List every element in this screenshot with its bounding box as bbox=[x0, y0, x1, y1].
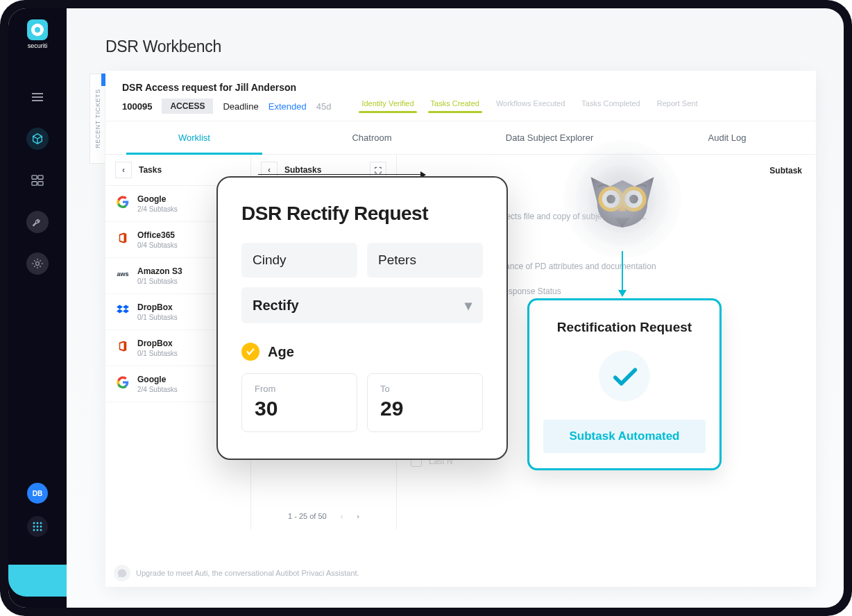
stage-identity-verified: Identity Verified bbox=[361, 99, 414, 113]
age-to-field[interactable]: To 29 bbox=[367, 373, 483, 432]
pager-prev[interactable]: ‹ bbox=[341, 512, 343, 520]
pager: 1 - 25 of 50 ‹ › bbox=[251, 505, 396, 527]
stage-tasks-created: Tasks Created bbox=[431, 99, 479, 113]
tasks-back-button[interactable]: ‹ bbox=[115, 162, 132, 178]
stage-report-sent: Report Sent bbox=[657, 99, 698, 113]
deadline-status[interactable]: Extended bbox=[269, 101, 307, 112]
brand-logo[interactable]: securiti bbox=[19, 19, 56, 58]
brand-text: securiti bbox=[28, 42, 48, 49]
caret-down-icon: ▾ bbox=[465, 297, 472, 314]
svg-point-11 bbox=[33, 529, 35, 531]
subtasks-column-title: Subtasks bbox=[284, 165, 363, 175]
office365-icon bbox=[115, 339, 130, 354]
svg-point-5 bbox=[33, 522, 35, 524]
svg-point-7 bbox=[40, 522, 42, 524]
age-check-icon[interactable] bbox=[241, 343, 259, 361]
office365-icon bbox=[115, 230, 130, 246]
modal-title: DSR Rectify Request bbox=[241, 203, 483, 225]
request-title: DSR Access request for Jill Anderson bbox=[122, 82, 799, 93]
svg-rect-2 bbox=[32, 182, 37, 185]
last-name-field[interactable]: Peters bbox=[367, 243, 483, 277]
tab-chatroom[interactable]: Chatroom bbox=[283, 121, 461, 154]
owl-assistant-icon bbox=[563, 140, 681, 258]
first-name-field[interactable]: Cindy bbox=[241, 243, 357, 277]
rectify-request-modal: DSR Rectify Request Cindy Peters Rectify… bbox=[216, 176, 508, 460]
svg-point-10 bbox=[40, 526, 42, 528]
rectification-card: Rectification Request Subtask Automated bbox=[527, 298, 722, 470]
age-label: Age bbox=[268, 344, 294, 360]
svg-rect-0 bbox=[32, 176, 37, 179]
deadline-days: 45d bbox=[316, 101, 332, 112]
page-title: DSR Workbench bbox=[105, 37, 221, 56]
nav-cube-icon[interactable] bbox=[26, 128, 49, 150]
google-icon bbox=[115, 194, 130, 209]
svg-point-9 bbox=[37, 526, 39, 528]
recent-tickets-tab[interactable]: RECENT TICKETS bbox=[90, 74, 105, 164]
menu-icon[interactable] bbox=[26, 86, 49, 108]
user-avatar[interactable]: DB bbox=[27, 483, 48, 504]
request-type-badge: ACCESS bbox=[162, 99, 213, 114]
google-icon bbox=[115, 375, 130, 390]
svg-point-6 bbox=[37, 522, 39, 524]
svg-point-4 bbox=[36, 262, 40, 266]
svg-point-13 bbox=[40, 529, 42, 531]
apps-icon[interactable] bbox=[27, 516, 48, 537]
rail-footer-strip bbox=[8, 565, 67, 597]
svg-rect-3 bbox=[38, 182, 43, 185]
svg-point-8 bbox=[33, 526, 35, 528]
tasks-column-title: Tasks bbox=[139, 165, 162, 175]
tab-worklist[interactable]: Worklist bbox=[105, 121, 283, 154]
success-check-icon bbox=[599, 350, 650, 402]
sidebar-rail: securiti DB bbox=[8, 8, 67, 608]
stage-tasks-completed: Tasks Completed bbox=[581, 99, 640, 113]
logo-icon bbox=[27, 19, 48, 40]
stage-tracker: Identity Verified Tasks Created Workflow… bbox=[361, 99, 697, 113]
pager-next[interactable]: › bbox=[357, 512, 359, 520]
deadline-label: Deadline bbox=[223, 101, 258, 112]
nav-settings-icon[interactable] bbox=[26, 253, 49, 275]
aws-icon: aws bbox=[115, 266, 130, 282]
request-id: 100095 bbox=[122, 101, 152, 112]
stage-workflows-executed: Workflows Executed bbox=[496, 99, 565, 113]
flow-arrow-icon bbox=[622, 251, 623, 296]
upgrade-hint[interactable]: Upgrade to meet Auti, the conversational… bbox=[114, 565, 359, 581]
rectification-title: Rectification Request bbox=[543, 320, 706, 335]
chat-bubble-icon bbox=[114, 565, 130, 581]
action-select[interactable]: Rectify ▾ bbox=[241, 287, 483, 323]
svg-rect-1 bbox=[38, 176, 43, 179]
nav-db-icon[interactable] bbox=[26, 169, 49, 191]
nav-wrench-icon[interactable] bbox=[26, 211, 49, 233]
svg-point-12 bbox=[37, 529, 39, 531]
subtask-automated-button[interactable]: Subtask Automated bbox=[543, 420, 706, 453]
pointer-arrow bbox=[258, 174, 425, 175]
dropbox-icon bbox=[115, 302, 130, 318]
age-from-field[interactable]: From 30 bbox=[241, 373, 357, 432]
